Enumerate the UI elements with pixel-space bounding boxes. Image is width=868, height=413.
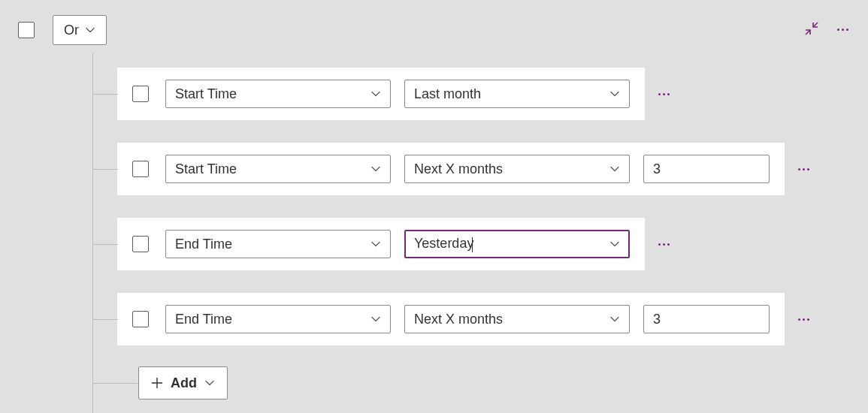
condition-row: Start Time Last month bbox=[75, 68, 850, 120]
conditions-tree: Start Time Last month bbox=[75, 68, 850, 399]
filter-builder: Or Start Time bbox=[0, 0, 868, 413]
more-icon[interactable] bbox=[798, 318, 809, 321]
group-header: Or bbox=[18, 15, 850, 45]
more-icon[interactable] bbox=[798, 168, 809, 170]
condition-card: End Time Next X months 3 bbox=[117, 293, 785, 345]
more-icon[interactable] bbox=[658, 243, 670, 246]
row-checkbox[interactable] bbox=[132, 86, 149, 102]
chevron-down-icon bbox=[370, 239, 381, 249]
add-row: Add bbox=[117, 366, 850, 399]
group-operator-label: Or bbox=[64, 23, 79, 38]
chevron-down-icon bbox=[85, 25, 95, 35]
condition-row: End Time Next X months 3 bbox=[75, 293, 850, 345]
field-dropdown[interactable]: Start Time bbox=[165, 155, 391, 183]
operator-label: Yesterday bbox=[414, 236, 473, 252]
value-text: 3 bbox=[653, 161, 661, 177]
collapse-icon[interactable] bbox=[804, 21, 819, 38]
field-label: Start Time bbox=[175, 161, 237, 177]
chevron-down-icon bbox=[370, 164, 381, 174]
group-actions bbox=[804, 21, 848, 38]
operator-dropdown[interactable]: Yesterday bbox=[404, 230, 630, 258]
chevron-down-icon bbox=[609, 239, 620, 249]
plus-icon bbox=[151, 377, 163, 389]
value-input[interactable]: 3 bbox=[643, 155, 770, 183]
group-operator-dropdown[interactable]: Or bbox=[53, 15, 107, 45]
condition-card: Start Time Last month bbox=[117, 68, 645, 120]
condition-card: Start Time Next X months 3 bbox=[117, 143, 785, 195]
operator-dropdown[interactable]: Last month bbox=[404, 80, 630, 108]
chevron-down-icon bbox=[609, 164, 620, 174]
chevron-down-icon bbox=[204, 378, 215, 388]
row-checkbox[interactable] bbox=[132, 236, 149, 252]
tree-branch-line bbox=[92, 94, 118, 95]
tree-branch-line bbox=[92, 383, 138, 384]
operator-dropdown[interactable]: Next X months bbox=[404, 305, 630, 333]
tree-branch-line bbox=[92, 244, 118, 245]
text-caret bbox=[472, 237, 473, 252]
field-dropdown[interactable]: Start Time bbox=[165, 80, 391, 108]
add-button[interactable]: Add bbox=[138, 366, 228, 399]
value-text: 3 bbox=[653, 312, 661, 327]
field-label: End Time bbox=[175, 312, 232, 327]
chevron-down-icon bbox=[370, 314, 381, 324]
field-label: Start Time bbox=[175, 86, 237, 102]
add-label: Add bbox=[171, 375, 197, 391]
chevron-down-icon bbox=[609, 314, 620, 324]
field-dropdown[interactable]: End Time bbox=[165, 230, 391, 258]
more-icon[interactable] bbox=[658, 93, 670, 95]
row-checkbox[interactable] bbox=[132, 311, 149, 327]
value-input[interactable]: 3 bbox=[643, 305, 770, 333]
field-label: End Time bbox=[175, 237, 232, 252]
condition-row: Start Time Next X months 3 bbox=[75, 143, 850, 195]
field-dropdown[interactable]: End Time bbox=[165, 305, 391, 333]
operator-label: Last month bbox=[414, 86, 481, 102]
chevron-down-icon bbox=[370, 89, 381, 99]
row-checkbox[interactable] bbox=[132, 161, 149, 177]
tree-branch-line bbox=[92, 319, 118, 320]
tree-branch-line bbox=[92, 169, 118, 170]
more-icon[interactable] bbox=[837, 29, 848, 31]
chevron-down-icon bbox=[609, 89, 620, 99]
operator-label: Next X months bbox=[414, 312, 503, 327]
operator-dropdown[interactable]: Next X months bbox=[404, 155, 630, 183]
group-checkbox[interactable] bbox=[18, 22, 35, 38]
operator-label: Next X months bbox=[414, 161, 503, 177]
condition-card: End Time Yesterday bbox=[117, 218, 645, 270]
condition-row: End Time Yesterday bbox=[75, 218, 850, 270]
